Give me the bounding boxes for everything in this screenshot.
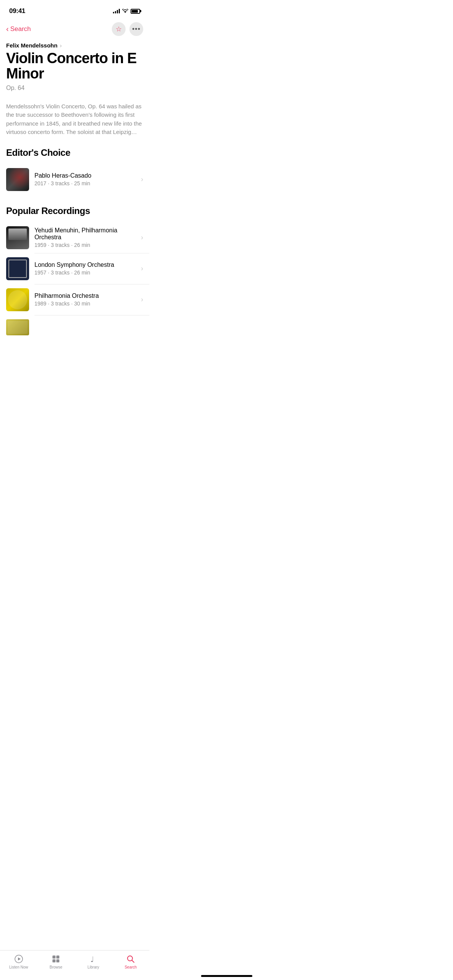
nav-actions: ☆ •••: [112, 22, 143, 36]
more-button[interactable]: •••: [129, 22, 143, 36]
recording-info: London Symphony Orchestra 1957 · 3 track…: [34, 261, 136, 276]
recording-artist: London Symphony Orchestra: [34, 261, 136, 268]
ellipsis-icon: •••: [132, 25, 141, 33]
title-section: Violin Concerto in E Minor Op. 64: [0, 51, 149, 96]
status-bar: 09:41: [0, 0, 149, 19]
recording-chevron-icon: ›: [141, 234, 143, 242]
editors-choice-chevron-icon: ›: [141, 175, 143, 183]
favorite-button[interactable]: ☆: [112, 22, 126, 36]
breadcrumb-chevron-icon: ›: [60, 42, 62, 49]
back-button[interactable]: ‹ Search: [6, 25, 31, 33]
editors-choice-header: Editor's Choice: [0, 137, 149, 164]
editors-choice-artist: Pablo Heras-Casado: [34, 172, 136, 179]
description-section: Mendelssohn's Violin Concerto, Op. 64 wa…: [0, 96, 149, 137]
star-icon: ☆: [116, 25, 122, 33]
status-icons: [113, 9, 140, 14]
breadcrumb-label: Felix Mendelssohn: [6, 42, 57, 49]
recording-item[interactable]: London Symphony Orchestra 1957 · 3 track…: [0, 253, 149, 284]
editors-choice-info: Pablo Heras-Casado 2017 · 3 tracks · 25 …: [34, 172, 136, 186]
recording-info: Philharmonia Orchestra 1989 · 3 tracks ·…: [34, 292, 136, 307]
recording-artist: Yehudi Menuhin, Philharmonia Orchestra: [34, 227, 136, 241]
recording-item-partial[interactable]: [0, 315, 149, 339]
popular-recordings-header: Popular Recordings: [0, 195, 149, 222]
editors-choice-item[interactable]: Pablo Heras-Casado 2017 · 3 tracks · 25 …: [0, 164, 149, 195]
recording-thumbnail: [6, 257, 29, 280]
recording-meta: 1957 · 3 tracks · 26 min: [34, 270, 136, 276]
editors-choice-thumbnail: [6, 168, 29, 191]
recording-artist: Philharmonia Orchestra: [34, 292, 136, 299]
wifi-icon: [122, 9, 128, 13]
recording-thumbnail-partial: [6, 319, 29, 335]
recording-thumbnail: [6, 288, 29, 311]
battery-icon: [131, 9, 140, 14]
signal-bars-icon: [113, 9, 120, 13]
breadcrumb[interactable]: Felix Mendelssohn ›: [0, 41, 149, 51]
back-chevron-icon: ‹: [6, 24, 9, 33]
recording-item[interactable]: Philharmonia Orchestra 1989 · 3 tracks ·…: [0, 284, 149, 315]
recording-item[interactable]: Yehudi Menuhin, Philharmonia Orchestra 1…: [0, 222, 149, 253]
recording-chevron-icon: ›: [141, 265, 143, 273]
recording-meta: 1989 · 3 tracks · 30 min: [34, 301, 136, 307]
recording-thumbnail: [6, 226, 29, 249]
status-time: 09:41: [9, 7, 25, 15]
work-opus: Op. 64: [6, 85, 143, 91]
back-label: Search: [10, 25, 31, 33]
description-text: Mendelssohn's Violin Concerto, Op. 64 wa…: [6, 102, 143, 137]
nav-bar: ‹ Search ☆ •••: [0, 19, 149, 41]
recording-chevron-icon: ›: [141, 296, 143, 304]
work-title: Violin Concerto in E Minor: [6, 51, 143, 82]
editors-choice-meta: 2017 · 3 tracks · 25 min: [34, 180, 136, 186]
recording-meta: 1959 · 3 tracks · 26 min: [34, 242, 136, 248]
recording-info: Yehudi Menuhin, Philharmonia Orchestra 1…: [34, 227, 136, 248]
